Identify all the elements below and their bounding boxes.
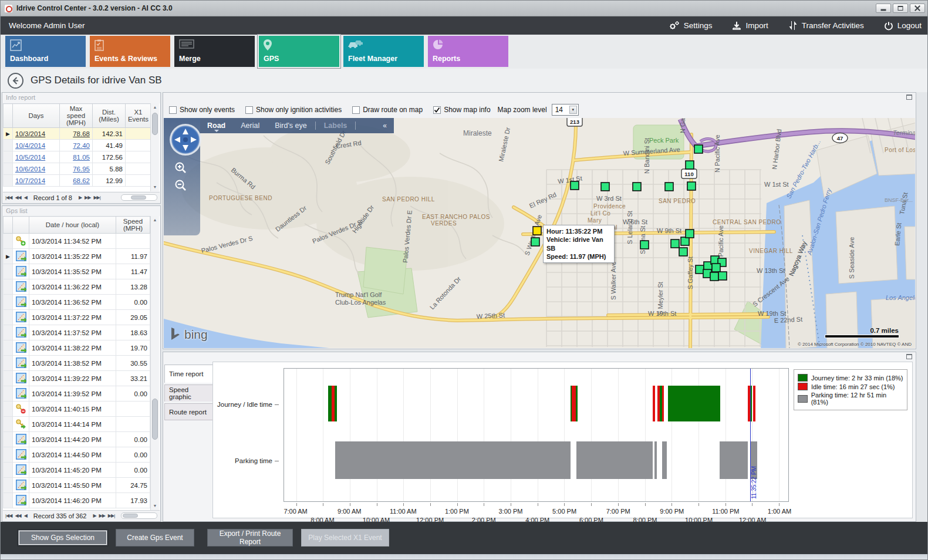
column-header-days[interactable]: Days — [13, 104, 60, 128]
minimize-button[interactable] — [876, 4, 891, 13]
tab-fleet-manager[interactable]: Fleet Manager — [343, 36, 424, 67]
gps-marker[interactable] — [686, 161, 694, 169]
max-speed-cell[interactable]: 72.40 — [60, 140, 93, 151]
table-row[interactable]: 10/3/2014 11:39:22 PM33.21 — [4, 371, 150, 386]
table-row[interactable]: 10/3/2014 11:35:52 PM11.47 — [4, 264, 150, 279]
button-export-print-route-report[interactable]: Export / Print Route Report — [207, 529, 293, 546]
days-link[interactable]: 10/6/2014 — [15, 166, 45, 173]
column-header-x1-events[interactable]: X1 Events — [126, 104, 151, 128]
table-row[interactable]: ▶10/3/2014 11:35:22 PM11.97 — [4, 249, 150, 264]
topbar-action-logout[interactable]: Logout — [884, 21, 922, 31]
table-row[interactable]: 10/3/2014 11:37:22 PM29.05 — [4, 310, 150, 325]
table-row[interactable]: 10/3/2014 11:46:20 PM17.93 — [4, 493, 150, 508]
gps-marker[interactable] — [694, 145, 703, 153]
pager-h-scrollbar[interactable] — [121, 512, 157, 519]
tab-reports[interactable]: Reports — [428, 36, 508, 67]
map-style-aerial[interactable]: Aerial — [241, 122, 259, 130]
gps-marker[interactable] — [571, 181, 579, 190]
pager-next-page-icon[interactable]: ▶▶ — [99, 513, 105, 518]
days-cell[interactable]: 10/7/2014 — [13, 175, 60, 187]
map-zoom-in-button[interactable] — [172, 159, 190, 177]
table-row[interactable]: 10/7/201468.6212.99 — [4, 175, 151, 187]
table-row[interactable]: 10/3/2014 11:44:14 PM — [4, 417, 150, 432]
max-speed-link[interactable]: 78.68 — [73, 130, 90, 137]
gps-marker[interactable] — [531, 238, 539, 246]
chevron-down-icon[interactable]: ▼ — [569, 106, 577, 114]
pager-next-page-icon[interactable]: ▶▶ — [85, 195, 90, 200]
topbar-action-import[interactable]: Import — [732, 21, 768, 31]
gps-marker[interactable] — [633, 183, 641, 191]
table-row[interactable]: 10/3/2014 11:45:20 PM0.00 — [4, 463, 150, 478]
table-row[interactable]: 10/3/2014 11:44:20 PM0.00 — [4, 432, 150, 447]
max-speed-cell[interactable]: 78.68 — [60, 128, 93, 140]
table-row[interactable]: 10/3/2014 11:37:52 PM18.63 — [4, 325, 150, 340]
map-zoom-out-button[interactable] — [172, 177, 190, 194]
table-row[interactable]: 10/3/2014 11:36:52 PM0.00 — [4, 295, 150, 310]
pager-prev-page-icon[interactable]: ◀◀ — [15, 195, 21, 200]
pager-prev-icon[interactable]: ◀ — [24, 195, 27, 200]
column-header-dist-miles-[interactable]: Dist. (Miles) — [93, 104, 126, 128]
days-cell[interactable]: 10/6/2014 — [13, 163, 60, 175]
scroll-down-icon[interactable]: ▼ — [151, 502, 159, 510]
pager-first-icon[interactable]: |◀◀ — [5, 513, 12, 518]
map-style-collapse-button[interactable]: « — [383, 122, 387, 130]
days-cell[interactable]: 10/5/2014 — [13, 151, 60, 163]
scroll-up-icon[interactable]: ▲ — [151, 103, 159, 112]
pager-h-scrollbar[interactable] — [121, 194, 157, 201]
tab-merge[interactable]: Merge — [174, 36, 255, 67]
days-link[interactable]: 10/7/2014 — [15, 177, 45, 184]
gps-marker[interactable] — [687, 182, 696, 190]
table-row[interactable]: 10/6/201476.955.88 — [4, 163, 151, 175]
gps-marker[interactable] — [640, 241, 649, 249]
checkbox-show-only-events[interactable]: Show only events — [169, 106, 235, 114]
tab-events-reviews[interactable]: Events & Reviews — [90, 36, 170, 67]
topbar-action-transfer-activities[interactable]: Transfer Activities — [788, 21, 864, 31]
max-speed-link[interactable]: 81.05 — [73, 154, 90, 161]
map-style-bird-s-eye[interactable]: Bird's eye — [275, 122, 307, 130]
max-speed-link[interactable]: 68.62 — [73, 177, 90, 184]
pager-last-icon[interactable]: ▶▶| — [93, 195, 100, 200]
max-speed-cell[interactable]: 81.05 — [60, 151, 93, 163]
scroll-down-icon[interactable]: ▼ — [151, 183, 159, 191]
map-style-road[interactable]: Road — [207, 122, 225, 130]
table-row[interactable]: 10/5/201481.05172.56 — [4, 151, 151, 163]
panel-collapse-icon[interactable] — [906, 354, 912, 359]
maximize-button[interactable] — [893, 4, 908, 13]
chart-plot-area[interactable]: 11:35:22 PM — [284, 368, 789, 502]
days-link[interactable]: 10/4/2014 — [15, 142, 45, 149]
column-header-date-hour-local-[interactable]: Date / hour (local) — [29, 217, 116, 234]
map-compass[interactable] — [168, 123, 203, 157]
tab-gps[interactable]: GPS — [259, 36, 339, 67]
gps-marker[interactable] — [696, 265, 704, 274]
days-link[interactable]: 10/3/2014 — [15, 130, 45, 137]
table-row[interactable]: 10/3/2014 11:38:52 PM30.55 — [4, 356, 150, 371]
gps-marker[interactable] — [710, 272, 718, 281]
days-cell[interactable]: 10/4/2014 — [13, 140, 60, 151]
gps-marker[interactable] — [671, 239, 679, 248]
tab-dashboard[interactable]: Dashboard — [5, 36, 86, 67]
table-row[interactable]: 10/3/2014 11:44:50 PM0.00 — [4, 447, 150, 463]
checkbox-box-icon[interactable] — [433, 106, 441, 114]
map-zoom-level-select[interactable]: 14▼ — [552, 104, 579, 116]
table-row[interactable]: ▶10/3/201478.68142.31 — [4, 128, 151, 140]
pager-next-icon[interactable]: ▶ — [93, 513, 96, 518]
column-header-speed-mph-[interactable]: Speed (MPH) — [116, 217, 150, 234]
back-button[interactable] — [8, 73, 23, 89]
button-create-gps-event[interactable]: Create Gps Event — [116, 529, 194, 546]
table-row[interactable]: 10/3/2014 11:36:22 PM13.28 — [4, 279, 150, 295]
table-row[interactable]: 10/3/2014 11:34:52 PM — [4, 234, 150, 249]
gps-marker[interactable] — [718, 272, 727, 280]
topbar-action-settings[interactable]: Settings — [669, 21, 713, 31]
checkbox-show-map-info[interactable]: Show map info — [433, 106, 490, 114]
panel-collapse-icon[interactable] — [906, 95, 912, 100]
table-row[interactable]: 10/4/201472.4041.49 — [4, 140, 151, 151]
checkbox-box-icon[interactable] — [352, 106, 360, 114]
gps-marker[interactable] — [686, 230, 694, 238]
gps-marker[interactable] — [665, 183, 673, 191]
table-row[interactable]: 10/3/2014 11:45:50 PM24.75 — [4, 478, 150, 493]
info-report-scrollbar[interactable]: ▲ ▼ — [150, 103, 159, 191]
chart-tab-route-report[interactable]: Route report — [164, 403, 213, 420]
max-speed-link[interactable]: 72.40 — [73, 142, 90, 149]
table-row[interactable]: 10/3/2014 11:40:15 PM — [4, 402, 150, 417]
max-speed-cell[interactable]: 68.62 — [60, 175, 93, 187]
